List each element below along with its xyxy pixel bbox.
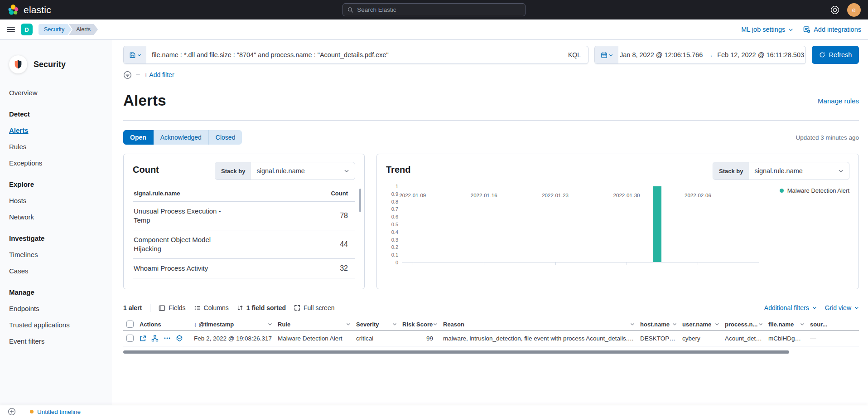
date-quick-select-button[interactable] <box>595 46 618 63</box>
alert-table-row[interactable]: Feb 2, 2022 @ 19:08:26.317 Malware Detec… <box>123 331 859 346</box>
timeline-label: Untitled timeline <box>37 408 81 415</box>
row-checkbox[interactable] <box>126 335 134 342</box>
select-all-checkbox[interactable] <box>126 321 134 328</box>
sidebar-app-title: Security <box>34 60 66 69</box>
query-language-switcher[interactable]: KQL <box>561 51 588 58</box>
count-row-value: 78 <box>340 212 354 220</box>
sidebar-item-rules[interactable]: Rules <box>9 143 105 151</box>
chevron-down-icon[interactable] <box>433 322 438 326</box>
sidebar-item-trusted-applications[interactable]: Trusted applications <box>9 321 105 329</box>
col-risk-score[interactable]: Risk Score <box>400 321 440 328</box>
columns-button[interactable]: Columns <box>194 304 229 311</box>
sidebar-item-timelines[interactable]: Timelines <box>9 251 105 258</box>
count-stack-by-select[interactable]: signal.rule.name <box>251 162 344 180</box>
expand-alert-icon[interactable] <box>140 335 146 342</box>
col-process-name[interactable]: process.n... <box>722 321 766 328</box>
user-avatar[interactable]: e <box>847 3 861 17</box>
breadcrumb-security[interactable]: Security <box>39 24 72 35</box>
menu-hamburger-icon[interactable] <box>7 27 15 32</box>
chevron-down-icon[interactable] <box>800 322 805 326</box>
add-integrations-button[interactable]: Add integrations <box>803 26 861 33</box>
chevron-down-icon[interactable] <box>672 322 677 326</box>
plus-circle-icon[interactable] <box>8 408 16 416</box>
tab-closed[interactable]: Closed <box>209 130 242 145</box>
refresh-button[interactable]: Refresh <box>812 46 859 64</box>
tab-open[interactable]: Open <box>123 130 154 145</box>
count-scrollbar[interactable] <box>359 189 361 212</box>
col-rule[interactable]: Rule <box>275 321 353 328</box>
cell-reason: malware, intrusion_detection, file event… <box>443 335 635 342</box>
elastic-brand[interactable]: elastic <box>7 4 51 16</box>
grid-view-button[interactable]: Grid view <box>825 304 859 311</box>
date-range-picker[interactable]: Jan 8, 2022 @ 12:06:15.766 → Feb 12, 202… <box>594 46 806 64</box>
count-table-header: signal.rule.name Count <box>133 187 355 202</box>
sidebar-item-network[interactable]: Network <box>9 213 105 221</box>
additional-filters-button[interactable]: Additional filters <box>764 304 817 311</box>
trend-stack-by-control: Stack by signal.rule.name <box>713 162 849 180</box>
more-actions-icon[interactable] <box>164 335 171 342</box>
help-icon[interactable] <box>830 5 840 15</box>
count-row[interactable]: Component Object Model Hijacking 44 <box>133 230 355 259</box>
col-user-name[interactable]: user.name <box>680 321 722 328</box>
untitled-timeline-button[interactable]: Untitled timeline <box>30 408 81 415</box>
sidebar-item-endpoints[interactable]: Endpoints <box>9 305 105 312</box>
chevron-down-icon[interactable] <box>344 162 355 180</box>
security-sidebar: Security Overview Detect Alerts Rules Ex… <box>0 40 112 405</box>
tab-acknowledged[interactable]: Acknowledged <box>154 130 209 145</box>
saved-query-menu-button[interactable] <box>124 46 146 63</box>
count-row[interactable]: Unusual Process Execution - Temp 78 <box>133 202 355 230</box>
chevron-down-icon[interactable] <box>758 322 763 326</box>
filter-icon[interactable] <box>123 71 132 79</box>
count-row-name: Unusual Process Execution - Temp <box>134 207 233 225</box>
ml-job-settings-button[interactable]: ML job settings <box>741 26 793 33</box>
count-panel: Count Stack by signal.rule.name signal.r… <box>123 154 365 289</box>
y-tick: 0.9 <box>391 191 398 197</box>
filter-bar-dash <box>136 74 140 75</box>
space-badge[interactable]: D <box>21 24 33 35</box>
y-tick: 0.8 <box>391 199 398 204</box>
y-tick: 0.2 <box>391 244 398 250</box>
col-actions: Actions <box>140 321 161 328</box>
chevron-down-icon[interactable] <box>838 162 849 180</box>
x-tick-label: 2022-01-16 <box>471 193 497 198</box>
kql-query-bar[interactable]: file.name : *.dll and file.size : "8704"… <box>123 46 588 64</box>
sidebar-item-overview[interactable]: Overview <box>9 89 105 97</box>
chevron-down-icon[interactable] <box>715 322 719 326</box>
sidebar-group-explore: Explore <box>9 180 105 188</box>
global-search-input[interactable] <box>357 6 521 13</box>
col-source[interactable]: sour... <box>807 321 859 328</box>
col-severity[interactable]: Severity <box>353 321 400 328</box>
col-file-name[interactable]: file.name <box>766 321 807 328</box>
grid-horizontal-scrollbar[interactable] <box>123 350 789 354</box>
cell-rule[interactable]: Malware Detection Alert <box>278 335 342 342</box>
chevron-down-icon[interactable] <box>392 322 397 326</box>
add-to-timeline-icon[interactable] <box>176 335 183 342</box>
count-row[interactable]: Whoami Process Activity 32 <box>133 259 355 278</box>
fields-button[interactable]: Fields <box>159 304 185 311</box>
chart-legend[interactable]: Malware Detection Alert <box>759 186 849 262</box>
chevron-down-icon[interactable] <box>268 322 272 326</box>
sidebar-item-hosts[interactable]: Hosts <box>9 197 105 204</box>
x-tick-mark <box>698 262 698 265</box>
sidebar-item-cases[interactable]: Cases <box>9 267 105 275</box>
trend-stack-by-select[interactable]: signal.rule.name <box>749 162 838 180</box>
add-filter-button[interactable]: + Add filter <box>144 71 174 78</box>
full-screen-button[interactable]: Full screen <box>294 304 334 311</box>
col-host-name[interactable]: host.name <box>637 321 680 328</box>
date-range-arrow: → <box>707 51 713 58</box>
malware-detection-alert-bar[interactable] <box>653 186 661 262</box>
query-input[interactable]: file.name : *.dll and file.size : "8704"… <box>146 51 561 58</box>
sort-fields-button[interactable]: 1 field sorted <box>237 304 286 311</box>
manage-rules-link[interactable]: Manage rules <box>818 97 859 105</box>
col-reason[interactable]: Reason <box>440 321 637 328</box>
chevron-down-icon[interactable] <box>346 322 351 326</box>
col-timestamp[interactable]: ↓ @timestamp <box>191 321 275 328</box>
sidebar-item-exceptions[interactable]: Exceptions <box>9 159 105 167</box>
sidebar-item-event-filters[interactable]: Event filters <box>9 337 105 345</box>
sidebar-item-alerts[interactable]: Alerts <box>9 126 105 134</box>
global-search-box[interactable] <box>342 3 526 16</box>
analyze-event-icon[interactable] <box>151 335 159 342</box>
chevron-down-icon[interactable] <box>630 322 635 326</box>
date-range-end[interactable]: Feb 12, 2022 @ 16:11:28.503 <box>717 51 804 58</box>
date-range-start[interactable]: Jan 8, 2022 @ 12:06:15.766 <box>620 51 703 58</box>
